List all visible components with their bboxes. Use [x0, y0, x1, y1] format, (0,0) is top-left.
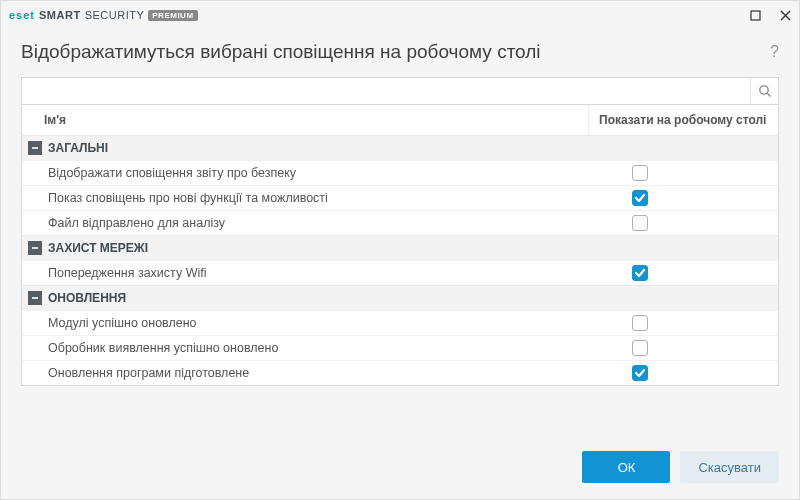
ok-button[interactable]: ОК	[582, 451, 670, 483]
brand-badge: PREMIUM	[148, 10, 197, 21]
collapse-icon[interactable]	[28, 141, 42, 155]
maximize-button[interactable]	[749, 9, 761, 21]
svg-rect-0	[751, 11, 760, 20]
group-label: ЗАХИСТ МЕРЕЖІ	[48, 241, 148, 255]
item-check-cell	[588, 315, 778, 331]
content: Ім'я Показати на робочому столі ЗАГАЛЬНІ…	[1, 77, 799, 437]
search-row	[21, 77, 779, 105]
item-row: Показ сповіщень про нові функції та можл…	[22, 185, 778, 210]
brand-eset: eset	[9, 9, 35, 21]
checkbox[interactable]	[632, 165, 648, 181]
checkbox[interactable]	[632, 365, 648, 381]
svg-rect-4	[32, 297, 38, 299]
footer: ОК Скасувати	[1, 437, 799, 499]
cancel-button[interactable]: Скасувати	[680, 451, 779, 483]
group-label: ОНОВЛЕННЯ	[48, 291, 126, 305]
window-controls	[749, 9, 791, 21]
svg-rect-3	[32, 247, 38, 249]
group-row: ЗАХИСТ МЕРЕЖІ	[22, 235, 778, 260]
item-check-cell	[588, 190, 778, 206]
item-label: Модулі успішно оновлено	[22, 316, 588, 330]
notifications-table: Ім'я Показати на робочому столі ЗАГАЛЬНІ…	[21, 105, 779, 386]
item-row: Оновлення програми підготовлене	[22, 360, 778, 385]
item-label: Відображати сповіщення звіту про безпеку	[22, 166, 588, 180]
help-icon[interactable]: ?	[770, 43, 779, 61]
column-name[interactable]: Ім'я	[22, 113, 588, 127]
item-check-cell	[588, 215, 778, 231]
brand-security: SECURITY	[85, 9, 145, 21]
page-title: Відображатимуться вибрані сповіщення на …	[21, 41, 541, 63]
brand: eset SMART SECURITY PREMIUM	[9, 9, 198, 21]
group-row: ЗАГАЛЬНІ	[22, 135, 778, 160]
table-header: Ім'я Показати на робочому столі	[22, 105, 778, 135]
svg-rect-2	[32, 147, 38, 149]
group-row: ОНОВЛЕННЯ	[22, 285, 778, 310]
item-row: Відображати сповіщення звіту про безпеку	[22, 160, 778, 185]
item-label: Обробник виявлення успішно оновлено	[22, 341, 588, 355]
collapse-icon[interactable]	[28, 241, 42, 255]
search-input[interactable]	[22, 78, 750, 104]
item-label: Попередження захисту Wifi	[22, 266, 588, 280]
dialog-window: eset SMART SECURITY PREMIUM Відображатим…	[0, 0, 800, 500]
item-row: Попередження захисту Wifi	[22, 260, 778, 285]
item-row: Модулі успішно оновлено	[22, 310, 778, 335]
titlebar: eset SMART SECURITY PREMIUM	[1, 1, 799, 29]
svg-point-1	[759, 86, 767, 94]
checkbox[interactable]	[632, 315, 648, 331]
item-label: Показ сповіщень про нові функції та можл…	[22, 191, 588, 205]
item-check-cell	[588, 265, 778, 281]
checkbox[interactable]	[632, 215, 648, 231]
item-label: Файл відправлено для аналізу	[22, 216, 588, 230]
item-label: Оновлення програми підготовлене	[22, 366, 588, 380]
checkbox[interactable]	[632, 265, 648, 281]
item-check-cell	[588, 165, 778, 181]
heading-row: Відображатимуться вибрані сповіщення на …	[1, 29, 799, 77]
item-row: Файл відправлено для аналізу	[22, 210, 778, 235]
item-row: Обробник виявлення успішно оновлено	[22, 335, 778, 360]
item-check-cell	[588, 365, 778, 381]
item-check-cell	[588, 340, 778, 356]
close-button[interactable]	[779, 9, 791, 21]
brand-smart: SMART	[39, 9, 81, 21]
checkbox[interactable]	[632, 340, 648, 356]
search-icon[interactable]	[750, 78, 778, 104]
checkbox[interactable]	[632, 190, 648, 206]
group-label: ЗАГАЛЬНІ	[48, 141, 108, 155]
column-show[interactable]: Показати на робочому столі	[588, 105, 778, 135]
collapse-icon[interactable]	[28, 291, 42, 305]
